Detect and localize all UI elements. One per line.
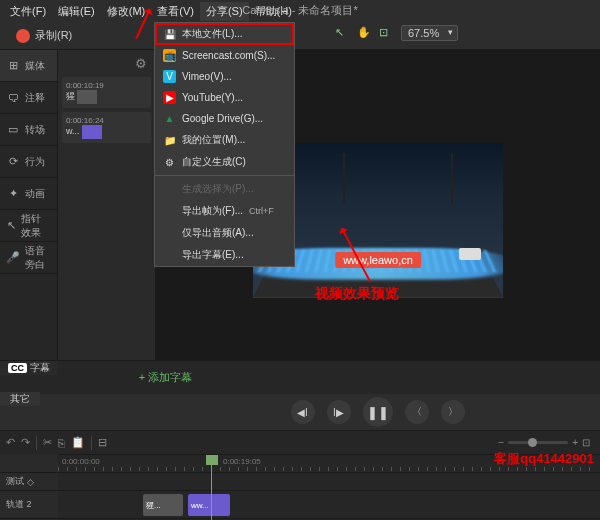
- share-dropdown: 💾本地文件(L)... 📺Screencast.com(S)... VVimeo…: [154, 22, 295, 267]
- ruler-tick: 0:00:00:00: [62, 457, 100, 466]
- media-panel: ⚙ 0:00:10:19 猩 0:00:16:24 w...: [58, 50, 156, 360]
- menu-edit[interactable]: 编辑(E): [52, 2, 101, 21]
- tab-voice[interactable]: 🎤语音旁白: [0, 242, 57, 274]
- folder-icon: 📁: [163, 134, 176, 147]
- gear-icon: ⚙: [163, 156, 176, 169]
- hand-icon[interactable]: ✋: [357, 26, 371, 40]
- canvas-tools: ↖ ✋ ⊡ 67.5%: [335, 25, 458, 41]
- timeline-clip[interactable]: ww...: [188, 494, 230, 516]
- playback-controls: ◀I I▶ ❚❚ 〈 〉: [0, 394, 600, 430]
- vimeo-icon: V: [163, 70, 176, 83]
- step-back-button[interactable]: I▶: [327, 400, 351, 424]
- menu-file[interactable]: 文件(F): [4, 2, 52, 21]
- media-icon: ⊞: [6, 59, 20, 73]
- tab-caption[interactable]: CC字幕: [0, 361, 58, 375]
- track-row: 测试 ◇: [0, 472, 600, 490]
- track-body[interactable]: [58, 473, 600, 490]
- share-youtube[interactable]: ▶YouTube(Y)...: [155, 87, 294, 108]
- share-local-file[interactable]: 💾本地文件(L)...: [155, 23, 294, 45]
- clip-thumb: [82, 125, 102, 139]
- record-button[interactable]: 录制(R): [8, 26, 80, 45]
- copy-icon[interactable]: ⎘: [58, 437, 65, 449]
- share-custom[interactable]: ⚙自定义生成(C): [155, 151, 294, 173]
- prev-button[interactable]: ◀I: [291, 400, 315, 424]
- transition-icon: ▭: [6, 123, 20, 137]
- annotation-kefu: 客服qq41442901: [494, 450, 594, 468]
- media-clip[interactable]: 0:00:10:19 猩: [62, 77, 151, 108]
- ruler-tick: 0:00:19:05: [223, 457, 261, 466]
- zoom-fit-icon[interactable]: ⊡: [582, 437, 590, 448]
- share-export-audio[interactable]: 仅导出音频(A)...: [155, 222, 294, 244]
- cut-icon[interactable]: ✂: [43, 436, 52, 449]
- split-icon[interactable]: ⊟: [98, 436, 107, 449]
- tab-media[interactable]: ⊞媒体: [0, 50, 57, 82]
- zoom-out-icon[interactable]: −: [498, 437, 504, 448]
- pointer-icon[interactable]: ↖: [335, 26, 349, 40]
- track-body[interactable]: 猩... ww...: [58, 491, 600, 518]
- track-row: 轨道 2 猩... ww...: [0, 490, 600, 518]
- media-clip[interactable]: 0:00:16:24 w...: [62, 112, 151, 143]
- share-myplaces[interactable]: 📁我的位置(M)...: [155, 129, 294, 151]
- pause-button[interactable]: ❚❚: [363, 397, 393, 427]
- track-header[interactable]: 测试 ◇: [0, 473, 58, 490]
- clip-duration: 0:00:10:19: [66, 81, 147, 90]
- toolbar: 录制(R): [0, 22, 600, 50]
- record-icon: [16, 29, 30, 43]
- share-export-frame[interactable]: 导出帧为(F)...Ctrl+F: [155, 200, 294, 222]
- screencast-icon: 📺: [163, 49, 176, 62]
- side-tabs: ⊞媒体 🗨注释 ▭转场 ⟳行为 ✦动画 ↖指针效果 🎤语音旁白: [0, 50, 58, 360]
- annotation-icon: 🗨: [6, 91, 20, 105]
- tab-other[interactable]: 其它: [0, 392, 40, 406]
- annotation-text: 视频效果预览: [315, 285, 399, 303]
- tab-cursor[interactable]: ↖指针效果: [0, 210, 57, 242]
- app-title: Camtasia - 未命名项目*: [242, 3, 358, 18]
- tab-transition[interactable]: ▭转场: [0, 114, 57, 146]
- tab-behavior[interactable]: ⟳行为: [0, 146, 57, 178]
- tracks: 测试 ◇ 轨道 2 猩... ww... 轨道 1: [0, 472, 600, 520]
- share-gdrive[interactable]: ▲Google Drive(G)...: [155, 108, 294, 129]
- menu-view[interactable]: 查看(V): [151, 2, 200, 21]
- zoom-select[interactable]: 67.5%: [401, 25, 458, 41]
- crop-icon[interactable]: ⊡: [379, 26, 393, 40]
- add-subtitle-button[interactable]: + 添加字幕: [58, 361, 273, 394]
- redo-icon[interactable]: ↷: [21, 436, 30, 449]
- cc-icon: CC: [8, 363, 27, 373]
- share-produce-selection: 生成选择为(P)...: [155, 178, 294, 200]
- cursor-icon: ↖: [6, 219, 16, 233]
- tab-animation[interactable]: ✦动画: [0, 178, 57, 210]
- disk-icon: 💾: [163, 28, 176, 41]
- zoom-in-icon[interactable]: +: [572, 437, 578, 448]
- mic-icon: 🎤: [6, 251, 20, 265]
- paste-icon[interactable]: 📋: [71, 436, 85, 449]
- shortcut: Ctrl+F: [249, 206, 273, 216]
- separator: [155, 175, 294, 176]
- undo-icon[interactable]: ↶: [6, 436, 15, 449]
- timeline-clip[interactable]: 猩...: [143, 494, 183, 516]
- step-fwd-button[interactable]: 〈: [405, 400, 429, 424]
- gear-icon[interactable]: ⚙: [62, 54, 151, 73]
- clip-duration: 0:00:16:24: [66, 116, 147, 125]
- zoom-slider[interactable]: − + ⊡: [498, 437, 590, 448]
- record-label: 录制(R): [35, 28, 72, 43]
- animation-icon: ✦: [6, 187, 20, 201]
- subtitle-bar: CC字幕 其它 + 添加字幕: [0, 360, 600, 394]
- diamond-icon: ◇: [27, 477, 34, 487]
- tab-annotation[interactable]: 🗨注释: [0, 82, 57, 114]
- share-export-subtitle[interactable]: 导出字幕(E)...: [155, 244, 294, 266]
- playhead[interactable]: [206, 455, 218, 465]
- behavior-icon: ⟳: [6, 155, 20, 169]
- next-button[interactable]: 〉: [441, 400, 465, 424]
- gdrive-icon: ▲: [163, 112, 176, 125]
- clip-thumb: [77, 90, 97, 104]
- share-vimeo[interactable]: VVimeo(V)...: [155, 66, 294, 87]
- youtube-icon: ▶: [163, 91, 176, 104]
- track-header[interactable]: 轨道 2: [0, 491, 58, 518]
- share-screencast[interactable]: 📺Screencast.com(S)...: [155, 45, 294, 66]
- watermark: www,leawo,cn: [335, 252, 421, 268]
